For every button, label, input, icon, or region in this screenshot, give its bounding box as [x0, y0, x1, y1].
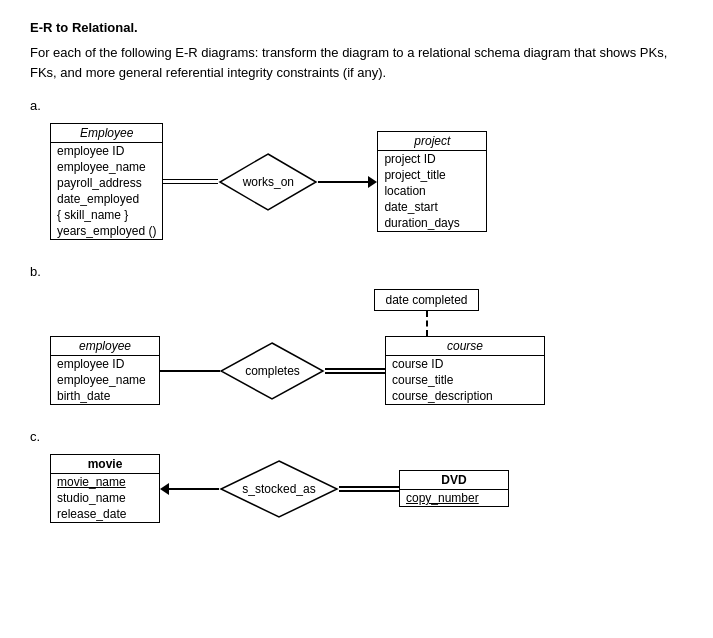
course-entity: course course ID course_title course_des…	[385, 336, 545, 405]
dvd-header: DVD	[400, 471, 508, 490]
relationship-s-stocked-as: s_stocked_as	[219, 459, 339, 519]
attr-birth-date: birth_date	[51, 388, 159, 404]
attr-studio-name: studio_name	[51, 490, 159, 506]
employee-header-b: employee	[51, 337, 159, 356]
attr-years-employed: years_employed ()	[51, 223, 162, 239]
attr-movie-name: movie_name	[51, 474, 159, 490]
date-completed-attr: date completed	[374, 289, 478, 311]
section-b-diagram: date completed employee employee ID empl…	[50, 289, 683, 405]
attr-employee-name-a: employee_name	[51, 159, 162, 175]
movie-header: movie	[51, 455, 159, 474]
attr-course-description: course_description	[386, 388, 544, 404]
employee-header-a: Employee	[51, 124, 162, 143]
course-header: course	[386, 337, 544, 356]
section-a-label: a.	[30, 98, 683, 113]
works-on-label: works_on	[243, 175, 294, 189]
attr-release-date: release_date	[51, 506, 159, 522]
relationship-completes: completes	[220, 341, 325, 401]
attr-skill-name: { skill_name }	[51, 207, 162, 223]
section-c-label: c.	[30, 429, 683, 444]
attr-copy-number: copy_number	[400, 490, 508, 506]
date-completed-container: date completed	[170, 289, 683, 336]
attr-employee-id-a: employee ID	[51, 143, 162, 159]
section-c: c. movie movie_name studio_name release_…	[30, 429, 683, 523]
attr-employee-name-b: employee_name	[51, 372, 159, 388]
attr-course-title: course_title	[386, 372, 544, 388]
attr-employee-id-b: employee ID	[51, 356, 159, 372]
page-description: For each of the following E-R diagrams: …	[30, 43, 683, 82]
section-a: a. Employee employee ID employee_name pa…	[30, 98, 683, 240]
completes-label: completes	[245, 364, 300, 378]
section-b-middle-row: employee employee ID employee_name birth…	[50, 336, 683, 405]
employee-entity-b: employee employee ID employee_name birth…	[50, 336, 160, 405]
project-header: project	[378, 132, 486, 151]
attr-course-id: course ID	[386, 356, 544, 372]
section-b: b. date completed employee employee ID e…	[30, 264, 683, 405]
page-title: E-R to Relational.	[30, 20, 683, 35]
attr-duration-days: duration_days	[378, 215, 486, 231]
attr-payroll-address: payroll_address	[51, 175, 162, 191]
section-a-diagram: Employee employee ID employee_name payro…	[50, 123, 683, 240]
movie-entity: movie movie_name studio_name release_dat…	[50, 454, 160, 523]
s-stocked-as-label: s_stocked_as	[242, 482, 315, 496]
section-b-label: b.	[30, 264, 683, 279]
section-c-diagram: movie movie_name studio_name release_dat…	[50, 454, 683, 523]
project-entity: project project ID project_title locatio…	[377, 131, 487, 232]
attr-date-employed: date_employed	[51, 191, 162, 207]
relationship-works-on: works_on	[218, 152, 318, 212]
attr-date-start: date_start	[378, 199, 486, 215]
attr-location: location	[378, 183, 486, 199]
employee-entity-a: Employee employee ID employee_name payro…	[50, 123, 163, 240]
dvd-entity: DVD copy_number	[399, 470, 509, 507]
attr-project-title: project_title	[378, 167, 486, 183]
attr-project-id: project ID	[378, 151, 486, 167]
